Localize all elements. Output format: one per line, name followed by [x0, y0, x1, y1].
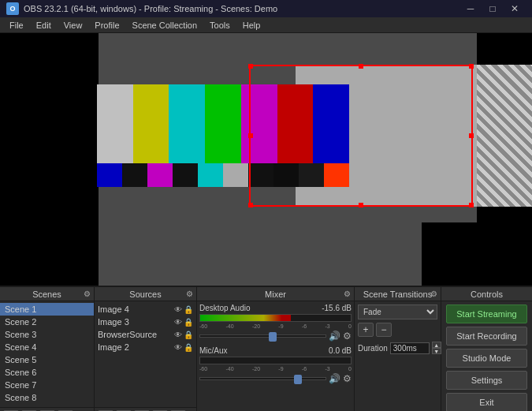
menu-view[interactable]: View [58, 17, 89, 33]
mute-icon-desktop[interactable]: 🔊 [329, 331, 340, 342]
maximize-button[interactable]: □ [482, 0, 504, 17]
desktop-audio-icons: 🔊 ⚙ [329, 331, 352, 342]
eye-icon[interactable]: 👁 [174, 305, 182, 314]
source-item[interactable]: Image 4 👁 🔒 [95, 303, 196, 316]
menu-bar: File Edit View Profile Scene Collection … [0, 17, 532, 33]
black-area-left [0, 33, 99, 286]
bar-yellow [133, 84, 169, 163]
scenes-header: Scenes ⚙ [0, 287, 94, 301]
fader-row-mic: 🔊 ⚙ [199, 373, 352, 384]
duration-row: Duration ▲ ▼ [358, 342, 437, 354]
transition-type-select[interactable]: Fade Cut Swipe Slide Stinger [358, 305, 437, 319]
vu-meter-desktop [199, 314, 352, 322]
eye-icon[interactable]: 👁 [174, 318, 182, 327]
bar-bot-6 [223, 163, 248, 187]
channel-name: Mic/Aux [199, 346, 228, 355]
bar-bot-5 [198, 163, 223, 187]
lock-icon[interactable]: 🔒 [184, 343, 193, 352]
mic-aux-icons: 🔊 ⚙ [329, 373, 352, 384]
lock-icon[interactable]: 🔒 [184, 305, 193, 314]
scene-item[interactable]: Scene 2 [0, 316, 94, 328]
mic-aux-channel: Mic/Aux 0.0 dB -60 -40 -20 -9 -6 -3 0 [199, 346, 352, 384]
fader-desktop[interactable] [199, 334, 326, 338]
scene-transitions-panel: Scene Transitions ⚙ Fade Cut Swipe Slide… [355, 287, 441, 411]
source-item[interactable]: BrowserSource 👁 🔒 [95, 328, 196, 341]
vu-labels: -60 -40 -20 -9 -6 -3 0 [199, 323, 352, 329]
lock-icon[interactable]: 🔒 [184, 318, 193, 327]
source-item[interactable]: Image 2 👁 🔒 [95, 341, 196, 353]
handle-mid-right[interactable] [469, 133, 474, 138]
transitions-header: Scene Transitions ⚙ [355, 287, 441, 301]
mixer-content: Desktop Audio -15.6 dB -60 -40 -20 -9 -6… [197, 301, 354, 411]
controls-panel: Controls Start Streaming Start Recording… [441, 287, 532, 411]
settings-button[interactable]: Settings [446, 371, 527, 390]
transition-remove-button[interactable]: − [376, 323, 392, 337]
menu-tools[interactable]: Tools [203, 17, 236, 33]
mute-icon-mic[interactable]: 🔊 [329, 373, 340, 384]
start-streaming-button[interactable]: Start Streaming [446, 305, 527, 323]
fader-row-desktop: 🔊 ⚙ [199, 331, 352, 342]
fader-mic[interactable] [199, 377, 326, 380]
scene-item[interactable]: Scene 4 [0, 341, 94, 353]
close-button[interactable]: ✕ [504, 0, 526, 17]
channel-name: Desktop Audio [199, 304, 251, 312]
scene-item[interactable]: Scene 7 [0, 379, 94, 391]
transitions-config-icon[interactable]: ⚙ [430, 290, 437, 298]
lock-icon[interactable]: 🔒 [184, 331, 193, 339]
menu-scene-collection[interactable]: Scene Collection [126, 17, 204, 33]
handle-bot-right[interactable] [469, 203, 474, 207]
minimize-button[interactable]: ─ [459, 0, 482, 17]
sources-panel: Sources ⚙ Image 4 👁 🔒 Image 3 👁 🔒 Browse… [95, 287, 197, 411]
preview-canvas [0, 33, 532, 286]
handle-bot-mid[interactable] [359, 203, 363, 207]
scene-item[interactable]: Scene 3 [0, 328, 94, 341]
scene-item[interactable]: Scene 8 [0, 391, 94, 404]
source-item[interactable]: Image 3 👁 🔒 [95, 316, 196, 328]
menu-edit[interactable]: Edit [30, 17, 58, 33]
transitions-toolbar: + − [358, 323, 437, 337]
menu-file[interactable]: File [3, 17, 30, 33]
bar-bot-3 [147, 163, 173, 187]
handle-top-left[interactable] [248, 64, 253, 69]
sources-config-icon[interactable]: ⚙ [186, 290, 193, 298]
title-bar: O OBS 23.2.1 (64-bit, windows) - Profile… [0, 0, 532, 17]
scenes-config-icon[interactable]: ⚙ [84, 290, 91, 298]
selection-box[interactable] [249, 65, 473, 207]
handle-mid-left[interactable] [248, 133, 253, 138]
handle-bot-left[interactable] [248, 203, 253, 207]
exit-button[interactable]: Exit [446, 393, 527, 411]
scenes-toolbar: + − ∧ ∨ [0, 407, 94, 411]
sources-header: Sources ⚙ [95, 287, 196, 301]
menu-help[interactable]: Help [236, 17, 267, 33]
studio-mode-button[interactable]: Studio Mode [446, 349, 527, 368]
bar-bot-1 [97, 163, 122, 187]
desktop-audio-channel: Desktop Audio -15.6 dB -60 -40 -20 -9 -6… [199, 304, 352, 342]
duration-input[interactable] [390, 342, 430, 354]
fader-thumb-mic[interactable] [294, 375, 302, 384]
vu-labels-mic: -60 -40 -20 -9 -6 -3 0 [199, 366, 352, 372]
eye-icon[interactable]: 👁 [174, 331, 182, 339]
settings-icon-mic[interactable]: ⚙ [343, 373, 352, 384]
mixer-header: Mixer ⚙ [197, 287, 354, 301]
hatched-area [477, 65, 532, 207]
eye-icon[interactable]: 👁 [174, 343, 182, 352]
start-recording-button[interactable]: Start Recording [446, 327, 527, 346]
settings-icon-desktop[interactable]: ⚙ [343, 331, 352, 342]
duration-down-button[interactable]: ▼ [432, 348, 441, 354]
scenes-list: Scene 1 Scene 2 Scene 3 Scene 4 Scene 5 … [0, 301, 94, 407]
scene-item[interactable]: Scene 6 [0, 366, 94, 379]
handle-top-mid[interactable] [359, 64, 363, 69]
black-area-bottom-right [422, 222, 532, 286]
fader-thumb-desktop[interactable] [269, 332, 277, 342]
scene-item[interactable]: Scene 1 [0, 303, 94, 316]
channel-db: 0.0 dB [329, 346, 352, 355]
menu-profile[interactable]: Profile [88, 17, 125, 33]
transition-add-button[interactable]: + [358, 323, 374, 337]
scene-item[interactable]: Scene 5 [0, 353, 94, 366]
mixer-config-icon[interactable]: ⚙ [344, 290, 351, 298]
handle-top-right[interactable] [469, 64, 474, 69]
controls-content: Start Streaming Start Recording Studio M… [441, 301, 532, 411]
app-icon: O [6, 2, 19, 15]
duration-up-button[interactable]: ▲ [432, 342, 441, 348]
vu-fill-desktop [200, 315, 291, 321]
